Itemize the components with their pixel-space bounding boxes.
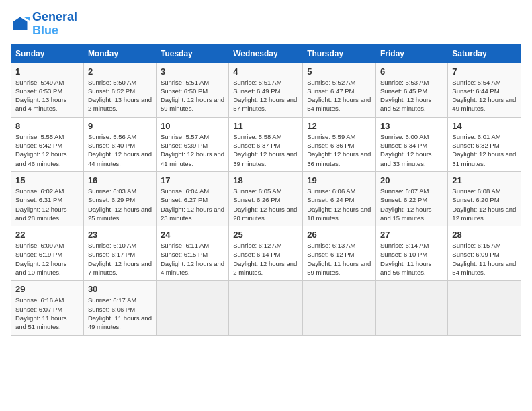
day-info: Sunrise: 5:53 AMSunset: 6:45 PMDaylight:… <box>380 78 443 113</box>
day-info: Sunrise: 5:51 AMSunset: 6:49 PMDaylight:… <box>233 78 298 113</box>
day-number: 13 <box>380 121 443 131</box>
calendar-cell <box>156 281 228 335</box>
day-info: Sunrise: 5:59 AMSunset: 6:36 PMDaylight:… <box>307 132 371 168</box>
day-info: Sunrise: 6:06 AMSunset: 6:24 PMDaylight:… <box>307 187 371 222</box>
calendar-cell: 19Sunrise: 6:06 AMSunset: 6:24 PMDayligh… <box>303 171 376 226</box>
calendar-cell: 20Sunrise: 6:07 AMSunset: 6:22 PMDayligh… <box>376 171 448 226</box>
calendar-cell <box>376 281 448 335</box>
calendar-cell <box>303 281 376 335</box>
day-number: 18 <box>233 175 298 185</box>
week-row-2: 8Sunrise: 5:55 AMSunset: 6:42 PMDaylight… <box>11 117 521 171</box>
day-info: Sunrise: 6:04 AMSunset: 6:27 PMDaylight:… <box>161 187 224 222</box>
day-info: Sunrise: 6:17 AMSunset: 6:06 PMDaylight:… <box>88 295 152 331</box>
day-info: Sunrise: 6:01 AMSunset: 6:32 PMDaylight:… <box>452 132 517 168</box>
day-info: Sunrise: 6:12 AMSunset: 6:14 PMDaylight:… <box>233 241 298 277</box>
day-number: 22 <box>15 230 79 240</box>
day-number: 11 <box>233 121 298 131</box>
calendar-cell: 6Sunrise: 5:53 AMSunset: 6:45 PMDaylight… <box>376 62 448 117</box>
week-row-1: 1Sunrise: 5:49 AMSunset: 6:53 PMDaylight… <box>11 62 521 117</box>
calendar-cell: 11Sunrise: 5:58 AMSunset: 6:37 PMDayligh… <box>229 117 303 171</box>
day-info: Sunrise: 6:15 AMSunset: 6:09 PMDaylight:… <box>452 241 517 277</box>
weekday-header-saturday: Saturday <box>448 44 521 62</box>
calendar-cell <box>229 281 303 335</box>
weekday-header-wednesday: Wednesday <box>229 44 303 62</box>
logo: General Blue <box>11 11 77 38</box>
calendar-cell: 27Sunrise: 6:14 AMSunset: 6:10 PMDayligh… <box>376 226 448 281</box>
calendar-cell: 3Sunrise: 5:51 AMSunset: 6:50 PMDaylight… <box>156 62 228 117</box>
calendar-cell: 28Sunrise: 6:15 AMSunset: 6:09 PMDayligh… <box>448 226 521 281</box>
day-number: 1 <box>15 66 79 77</box>
day-number: 21 <box>452 175 517 185</box>
week-row-4: 22Sunrise: 6:09 AMSunset: 6:19 PMDayligh… <box>11 226 521 281</box>
day-info: Sunrise: 6:08 AMSunset: 6:20 PMDaylight:… <box>452 187 517 222</box>
day-info: Sunrise: 5:49 AMSunset: 6:53 PMDaylight:… <box>15 78 79 113</box>
calendar-cell: 23Sunrise: 6:10 AMSunset: 6:17 PMDayligh… <box>83 226 156 281</box>
day-info: Sunrise: 6:02 AMSunset: 6:31 PMDaylight:… <box>15 187 79 222</box>
day-info: Sunrise: 6:03 AMSunset: 6:29 PMDaylight:… <box>88 187 152 222</box>
day-info: Sunrise: 6:00 AMSunset: 6:34 PMDaylight:… <box>380 132 443 168</box>
weekday-header-thursday: Thursday <box>303 44 376 62</box>
day-info: Sunrise: 5:55 AMSunset: 6:42 PMDaylight:… <box>15 132 79 168</box>
weekday-header-tuesday: Tuesday <box>156 44 228 62</box>
day-info: Sunrise: 5:52 AMSunset: 6:47 PMDaylight:… <box>307 78 371 113</box>
day-info: Sunrise: 5:58 AMSunset: 6:37 PMDaylight:… <box>233 132 298 168</box>
day-number: 27 <box>380 230 443 240</box>
calendar-table: SundayMondayTuesdayWednesdayThursdayFrid… <box>11 44 521 336</box>
day-number: 7 <box>452 66 517 77</box>
day-number: 2 <box>88 66 152 77</box>
calendar-cell: 24Sunrise: 6:11 AMSunset: 6:15 PMDayligh… <box>156 226 228 281</box>
day-number: 20 <box>380 175 443 185</box>
day-number: 28 <box>452 230 517 240</box>
logo-text: General Blue <box>32 11 77 38</box>
week-row-3: 15Sunrise: 6:02 AMSunset: 6:31 PMDayligh… <box>11 171 521 226</box>
day-number: 24 <box>161 230 224 240</box>
day-number: 4 <box>233 66 298 77</box>
calendar-cell: 18Sunrise: 6:05 AMSunset: 6:26 PMDayligh… <box>229 171 303 226</box>
calendar-cell: 15Sunrise: 6:02 AMSunset: 6:31 PMDayligh… <box>11 171 84 226</box>
day-number: 6 <box>380 66 443 77</box>
day-info: Sunrise: 6:11 AMSunset: 6:15 PMDaylight:… <box>161 241 224 277</box>
day-number: 12 <box>307 121 371 131</box>
calendar-cell: 16Sunrise: 6:03 AMSunset: 6:29 PMDayligh… <box>83 171 156 226</box>
day-number: 9 <box>88 121 152 131</box>
day-number: 23 <box>88 230 152 240</box>
day-info: Sunrise: 5:54 AMSunset: 6:44 PMDaylight:… <box>452 78 517 113</box>
calendar-cell: 21Sunrise: 6:08 AMSunset: 6:20 PMDayligh… <box>448 171 521 226</box>
calendar-cell: 2Sunrise: 5:50 AMSunset: 6:52 PMDaylight… <box>83 62 156 117</box>
day-number: 29 <box>15 284 79 294</box>
calendar-cell: 9Sunrise: 5:56 AMSunset: 6:40 PMDaylight… <box>83 117 156 171</box>
calendar-cell: 12Sunrise: 5:59 AMSunset: 6:36 PMDayligh… <box>303 117 376 171</box>
day-info: Sunrise: 5:50 AMSunset: 6:52 PMDaylight:… <box>88 78 152 113</box>
day-info: Sunrise: 6:16 AMSunset: 6:07 PMDaylight:… <box>15 295 79 331</box>
day-info: Sunrise: 6:14 AMSunset: 6:10 PMDaylight:… <box>380 241 443 277</box>
svg-marker-0 <box>13 17 28 30</box>
logo-icon <box>11 15 30 34</box>
day-number: 15 <box>15 175 79 185</box>
calendar-cell: 26Sunrise: 6:13 AMSunset: 6:12 PMDayligh… <box>303 226 376 281</box>
calendar-cell: 17Sunrise: 6:04 AMSunset: 6:27 PMDayligh… <box>156 171 228 226</box>
calendar-cell: 5Sunrise: 5:52 AMSunset: 6:47 PMDaylight… <box>303 62 376 117</box>
day-number: 30 <box>88 284 152 294</box>
day-info: Sunrise: 5:56 AMSunset: 6:40 PMDaylight:… <box>88 132 152 168</box>
day-info: Sunrise: 6:07 AMSunset: 6:22 PMDaylight:… <box>380 187 443 222</box>
calendar-cell: 30Sunrise: 6:17 AMSunset: 6:06 PMDayligh… <box>83 281 156 335</box>
calendar-cell: 22Sunrise: 6:09 AMSunset: 6:19 PMDayligh… <box>11 226 84 281</box>
calendar-cell: 1Sunrise: 5:49 AMSunset: 6:53 PMDaylight… <box>11 62 84 117</box>
day-number: 25 <box>233 230 298 240</box>
calendar-cell <box>448 281 521 335</box>
calendar-cell: 4Sunrise: 5:51 AMSunset: 6:49 PMDaylight… <box>229 62 303 117</box>
day-number: 10 <box>161 121 224 131</box>
day-info: Sunrise: 6:13 AMSunset: 6:12 PMDaylight:… <box>307 241 371 277</box>
day-number: 14 <box>452 121 517 131</box>
day-number: 16 <box>88 175 152 185</box>
day-number: 17 <box>161 175 224 185</box>
day-info: Sunrise: 6:09 AMSunset: 6:19 PMDaylight:… <box>15 241 79 277</box>
day-number: 3 <box>161 66 224 77</box>
calendar-cell: 8Sunrise: 5:55 AMSunset: 6:42 PMDaylight… <box>11 117 84 171</box>
calendar-cell: 10Sunrise: 5:57 AMSunset: 6:39 PMDayligh… <box>156 117 228 171</box>
week-row-5: 29Sunrise: 6:16 AMSunset: 6:07 PMDayligh… <box>11 281 521 335</box>
day-info: Sunrise: 5:57 AMSunset: 6:39 PMDaylight:… <box>161 132 224 168</box>
weekday-header-monday: Monday <box>83 44 156 62</box>
day-info: Sunrise: 5:51 AMSunset: 6:50 PMDaylight:… <box>161 78 224 113</box>
page-header: General Blue <box>11 11 521 38</box>
